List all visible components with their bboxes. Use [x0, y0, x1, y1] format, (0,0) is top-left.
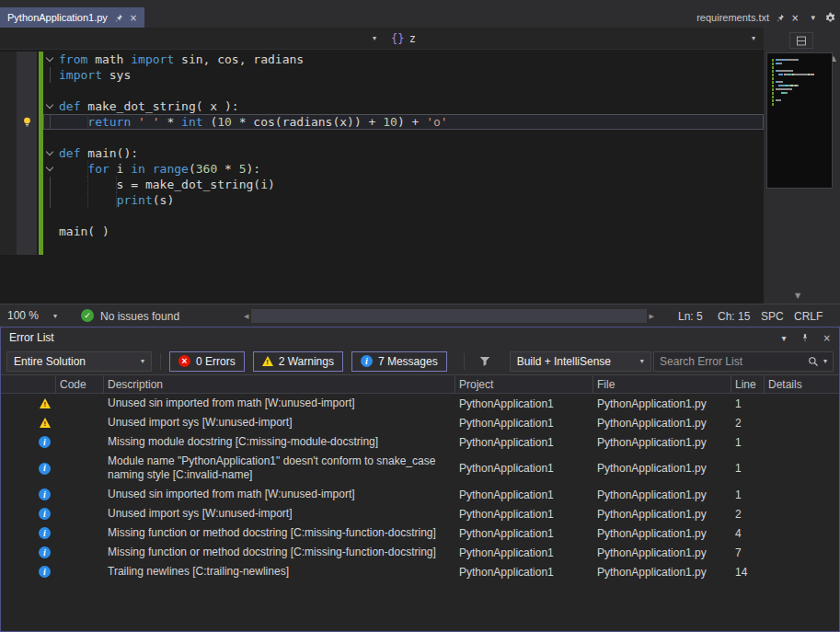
member-dropdown[interactable]: {} z ▾ — [385, 28, 764, 49]
search-icon[interactable] — [808, 356, 819, 367]
glyph-margin[interactable] — [17, 161, 37, 177]
outlining-margin[interactable] — [43, 177, 56, 192]
warnings-filter-button[interactable]: 2 Warnings — [253, 351, 343, 372]
gear-icon[interactable] — [824, 12, 836, 24]
collapse-chevron-icon[interactable] — [46, 164, 53, 171]
outlining-margin[interactable] — [43, 239, 56, 255]
code-text: from math import sin, cos, radians — [56, 52, 764, 67]
error-row[interactable]: Unused sin imported from math [W:unused-… — [1, 485, 839, 504]
outlining-margin[interactable] — [43, 98, 56, 114]
tab-pythonapplication1[interactable]: PythonApplication1.py × — [0, 7, 144, 28]
glyph-margin[interactable] — [17, 67, 37, 83]
glyph-margin[interactable] — [17, 130, 37, 145]
outlining-margin[interactable] — [43, 52, 56, 67]
panel-titlebar[interactable]: Error List ▾ × — [1, 327, 839, 348]
messages-filter-button[interactable]: 7 Messages — [351, 351, 447, 372]
line-ending-indicator[interactable]: CRLF — [794, 310, 823, 323]
scroll-left-icon[interactable]: ◀ — [241, 313, 251, 320]
error-row[interactable]: Missing module docstring [C:missing-modu… — [1, 432, 839, 452]
outlining-margin[interactable] — [43, 145, 56, 161]
chevron-down-icon[interactable]: ▾ — [53, 312, 57, 320]
chevron-down-icon[interactable]: ▾ — [782, 333, 787, 343]
indicator-margin[interactable] — [0, 177, 17, 192]
glyph-margin[interactable] — [17, 208, 37, 224]
outlining-margin[interactable] — [43, 192, 56, 208]
column-header-severity[interactable] — [1, 375, 56, 393]
horizontal-scrollbar[interactable]: ◀ ▶ — [241, 309, 657, 323]
indicator-margin[interactable] — [0, 130, 17, 145]
column-header-line[interactable]: Line — [731, 375, 765, 393]
glyph-margin[interactable] — [17, 114, 37, 130]
column-header-file[interactable]: File — [593, 375, 731, 393]
indicator-margin[interactable] — [0, 114, 17, 130]
glyph-margin[interactable] — [17, 224, 37, 239]
glyph-margin[interactable] — [17, 192, 37, 208]
outlining-margin[interactable] — [43, 114, 56, 130]
glyph-margin[interactable] — [17, 177, 37, 192]
pin-icon[interactable] — [800, 333, 810, 343]
indicator-margin[interactable] — [0, 67, 17, 83]
error-row[interactable]: Module name "PythonApplication1" doesn't… — [1, 452, 839, 485]
space-mode-indicator[interactable]: SPC — [761, 310, 784, 323]
search-input[interactable] — [660, 355, 808, 368]
description-cell: Module name "PythonApplication1" doesn't… — [104, 452, 455, 485]
scope-dropdown[interactable]: Entire Solution ▾ — [6, 351, 152, 372]
indicator-margin[interactable] — [0, 192, 17, 208]
code-text — [56, 208, 764, 224]
chevron-down-icon: ▾ — [373, 34, 376, 42]
column-header-code[interactable]: Code — [56, 375, 104, 393]
indicator-margin[interactable] — [0, 83, 17, 98]
indicator-margin[interactable] — [0, 52, 17, 67]
column-header-description[interactable]: Description — [104, 375, 455, 393]
filter-icon[interactable] — [473, 355, 497, 367]
scrollbar-thumb[interactable] — [251, 309, 646, 323]
column-header-details[interactable]: Details — [765, 375, 839, 393]
collapse-chevron-icon[interactable] — [46, 101, 53, 109]
errors-label: 0 Errors — [196, 355, 236, 368]
indicator-margin[interactable] — [0, 145, 17, 161]
pin-icon[interactable] — [114, 13, 123, 23]
glyph-margin[interactable] — [17, 145, 37, 161]
errors-filter-button[interactable]: 0 Errors — [169, 351, 245, 372]
outlining-margin[interactable] — [43, 208, 56, 224]
chevron-down-icon[interactable]: ▾ — [811, 13, 815, 22]
error-row[interactable]: Unused import sys [W:unused-import]Pytho… — [1, 504, 839, 523]
scroll-right-icon[interactable]: ▶ — [647, 313, 657, 320]
collapse-chevron-icon[interactable] — [46, 148, 53, 155]
outlining-margin[interactable] — [43, 83, 56, 98]
indicator-margin[interactable] — [0, 224, 17, 239]
document-tab-bar: PythonApplication1.py × requirements.txt… — [0, 0, 840, 28]
outlining-margin[interactable] — [43, 130, 56, 145]
column-header-project[interactable]: Project — [455, 375, 593, 393]
outlining-margin[interactable] — [43, 161, 56, 177]
indicator-margin[interactable] — [0, 98, 17, 114]
code-editor[interactable]: from math import sin, cos, radiansimport… — [0, 50, 764, 304]
error-row[interactable]: Unused sin imported from math [W:unused-… — [1, 394, 839, 413]
collapse-chevron-icon[interactable] — [46, 54, 53, 62]
error-row[interactable]: Missing function or method docstring [C:… — [1, 543, 839, 562]
chevron-down-icon[interactable]: ▾ — [823, 357, 827, 365]
error-row[interactable]: Trailing newlines [C:trailing-newlines]P… — [1, 562, 839, 581]
scroll-down-icon[interactable]: ▼ — [795, 292, 800, 300]
glyph-margin[interactable] — [17, 98, 37, 114]
type-dropdown[interactable]: ▾ — [0, 28, 385, 49]
indicator-margin[interactable] — [0, 161, 17, 177]
error-row[interactable]: Missing function or method docstring [C:… — [1, 523, 839, 543]
split-editor-button[interactable] — [789, 32, 813, 49]
tab-requirements[interactable]: requirements.txt × — [694, 7, 801, 28]
source-dropdown[interactable]: Build + IntelliSense ▾ — [510, 351, 651, 372]
close-icon[interactable]: × — [791, 13, 799, 23]
glyph-margin[interactable] — [17, 83, 37, 98]
indicator-margin[interactable] — [0, 208, 17, 224]
scrollbar-map[interactable] — [766, 52, 833, 189]
indicator-margin[interactable] — [0, 239, 17, 255]
outlining-margin[interactable] — [43, 224, 56, 239]
zoom-level[interactable]: 100 % — [7, 309, 39, 322]
close-icon[interactable]: × — [130, 13, 137, 23]
close-icon[interactable]: × — [823, 333, 831, 343]
glyph-margin[interactable] — [17, 52, 37, 67]
glyph-margin[interactable] — [17, 239, 37, 255]
pin-icon[interactable] — [776, 13, 785, 23]
error-row[interactable]: Unused import sys [W:unused-import]Pytho… — [1, 413, 839, 432]
outlining-margin[interactable] — [43, 67, 56, 83]
